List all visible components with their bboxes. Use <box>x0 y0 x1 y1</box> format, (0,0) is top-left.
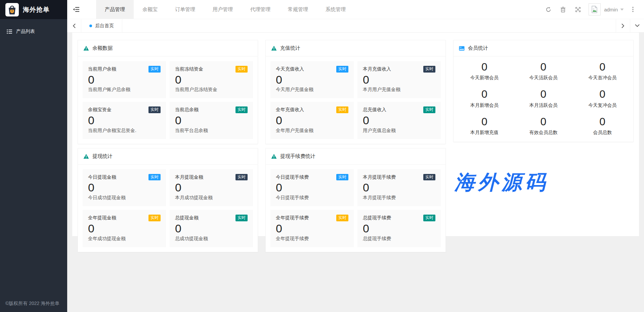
fullscreen-button[interactable] <box>570 0 585 19</box>
member-stat: 0 今天首冲会员 <box>573 60 632 81</box>
stat-title: 本月充值收入 <box>363 66 391 72</box>
stat-title: 当前总余额 <box>175 107 199 113</box>
member-value: 0 <box>514 115 573 128</box>
watermark-slot: 海外源码 <box>453 148 634 196</box>
topnav-item[interactable]: 代理管理 <box>242 0 279 19</box>
watermark: 海外源码 <box>455 169 634 196</box>
stat-card: 今天充值收入 实时 0 今天用户充值金额 <box>270 61 354 98</box>
stat-desc: 本月用户充值金额 <box>363 87 435 93</box>
realtime-badge: 实时 <box>336 66 348 73</box>
trash-icon <box>560 7 566 12</box>
stat-card: 总充值收入 实时 0 用户充值总金额 <box>357 102 441 139</box>
dashboard-row-1: 余额数据 当前用户余额 实时 0 当前用户账户总余额 当前冻结资金 实时 0 当… <box>78 40 634 144</box>
more-menu-button[interactable] <box>627 0 639 19</box>
panel-title: 提现统计 <box>92 153 113 160</box>
chevron-down-icon <box>635 24 640 27</box>
stat-title: 今日提现手续费 <box>276 174 309 180</box>
stat-card-top: 本月提现手续费 实时 <box>363 174 435 181</box>
realtime-badge: 实时 <box>148 174 161 181</box>
refresh-button[interactable] <box>541 0 556 19</box>
dashboard-page: 余额数据 当前用户余额 实时 0 当前用户账户总余额 当前冻结资金 实时 0 当… <box>72 33 639 236</box>
topnav-item[interactable]: 常规管理 <box>279 0 317 19</box>
broken-image-icon <box>591 6 598 13</box>
warning-triangle-icon <box>83 46 89 51</box>
member-label: 今天复冲会员 <box>573 102 632 108</box>
clear-cache-button[interactable] <box>556 0 570 19</box>
stat-value: 0 <box>88 73 161 87</box>
member-stat: 0 本月活跃会员 <box>514 88 573 108</box>
tab-menu-button[interactable] <box>630 19 644 32</box>
stat-card-top: 全年充值收入 实时 <box>276 106 348 113</box>
member-value: 0 <box>573 88 632 100</box>
tab-home[interactable]: 后台首页 <box>81 19 122 32</box>
topnav-item[interactable]: 系统管理 <box>317 0 354 19</box>
realtime-badge: 实时 <box>148 66 161 73</box>
collapse-sidebar-button[interactable] <box>67 0 85 19</box>
stat-title: 当前冻结资金 <box>175 66 203 72</box>
stat-title: 全年提现金额 <box>88 215 116 221</box>
avatar[interactable] <box>589 3 601 15</box>
panel-cards: 今天充值收入 实时 0 今天用户充值金额 本月充值收入 实时 0 本月用户充值金… <box>270 61 441 139</box>
member-value: 0 <box>573 115 632 128</box>
member-stats-panel: 会员统计 0 今天新增会员 0 今天活跃会员 0 今天首冲会员 0 本月新增会员… <box>453 40 634 142</box>
panel-title: 提现手续费统计 <box>280 153 315 160</box>
panel-header: 会员统计 <box>454 40 633 56</box>
stat-card-top: 本月提现金额 实时 <box>175 174 248 181</box>
stat-desc: 全年提现手续费 <box>276 236 348 242</box>
stat-card-top: 本月充值收入 实时 <box>363 66 435 73</box>
stat-desc: 今日成功提现金额 <box>88 195 161 201</box>
tab-label: 后台首页 <box>95 23 114 29</box>
stat-desc: 用户充值总金额 <box>363 128 435 134</box>
stat-value: 0 <box>175 222 248 235</box>
stat-desc: 本月成功提现金额 <box>175 195 248 201</box>
tabbar-tabs: 后台首页 <box>81 19 122 32</box>
panel-title: 充值统计 <box>280 45 300 51</box>
stat-card: 当前冻结资金 实时 0 当前用户总冻结资金 <box>170 61 253 98</box>
panel-header: 充值统计 <box>266 40 445 56</box>
panel-body: 今天充值收入 实时 0 今天用户充值金额 本月充值收入 实时 0 本月用户充值金… <box>266 56 445 144</box>
app-title: 海外抢单 <box>23 5 50 14</box>
topnav-item[interactable]: 订单管理 <box>166 0 204 19</box>
stat-card: 本月提现手续费 实时 0 本月提现手续费 <box>357 169 441 206</box>
stat-value: 0 <box>363 222 435 235</box>
stat-card-top: 全年提现手续费 实时 <box>276 215 348 221</box>
member-value: 0 <box>514 88 573 100</box>
stat-title: 余额宝资金 <box>88 107 112 113</box>
panel-header: 提现手续费统计 <box>266 148 445 165</box>
member-label: 今天新增会员 <box>455 75 514 81</box>
topnav-item[interactable]: 产品管理 <box>96 0 134 19</box>
topnav-item[interactable]: 余额宝 <box>134 0 166 19</box>
member-grid: 0 今天新增会员 0 今天活跃会员 0 今天首冲会员 0 本月新增会员 0 本月… <box>454 56 633 142</box>
refresh-icon <box>546 7 551 12</box>
stats-panel: 提现统计 今日提现金额 实时 0 今日成功提现金额 本月提现金额 实时 0 本月… <box>78 148 258 252</box>
tab-scroll-left-button[interactable] <box>67 19 81 32</box>
realtime-badge: 实时 <box>423 66 435 73</box>
realtime-badge: 实时 <box>235 66 248 73</box>
stat-card: 当前用户余额 实时 0 当前用户账户总余额 <box>83 61 166 98</box>
stat-value: 0 <box>276 73 348 87</box>
realtime-badge: 实时 <box>423 174 435 181</box>
header: 产品管理余额宝订单管理用户管理代理管理常规管理系统管理 <box>67 0 644 19</box>
stat-card: 本月提现金额 实时 0 本月成功提现金额 <box>170 169 253 206</box>
panel-slot: 余额数据 当前用户余额 实时 0 当前用户账户总余额 当前冻结资金 实时 0 当… <box>78 40 258 144</box>
stat-desc: 今日提现手续费 <box>276 195 348 201</box>
sidebar-item[interactable]: 产品列表 <box>0 24 67 39</box>
realtime-badge: 实时 <box>423 106 435 113</box>
sidebar-menu: 产品列表 <box>0 19 67 39</box>
stat-value: 0 <box>88 114 161 127</box>
stat-title: 总充值收入 <box>363 107 386 113</box>
topnav-item[interactable]: 用户管理 <box>204 0 242 19</box>
panel-title: 余额数据 <box>92 45 113 51</box>
stat-value: 0 <box>175 73 248 87</box>
member-stat: 0 本月新增充值 <box>455 115 514 136</box>
stats-panel: 提现手续费统计 今日提现手续费 实时 0 今日提现手续费 本月提现手续费 实时 … <box>265 148 446 252</box>
admin-dropdown[interactable]: admin <box>604 7 624 12</box>
tab-scroll-right-button[interactable] <box>616 19 630 32</box>
stat-desc: 当前平台总余额 <box>175 128 248 134</box>
member-value: 0 <box>455 60 514 73</box>
stat-desc: 今天用户充值金额 <box>276 87 348 93</box>
member-label: 今天活跃会员 <box>514 75 573 81</box>
member-stat: 0 本月新增会员 <box>455 88 514 108</box>
tabbar-right <box>616 19 644 32</box>
stat-value: 0 <box>88 181 161 194</box>
